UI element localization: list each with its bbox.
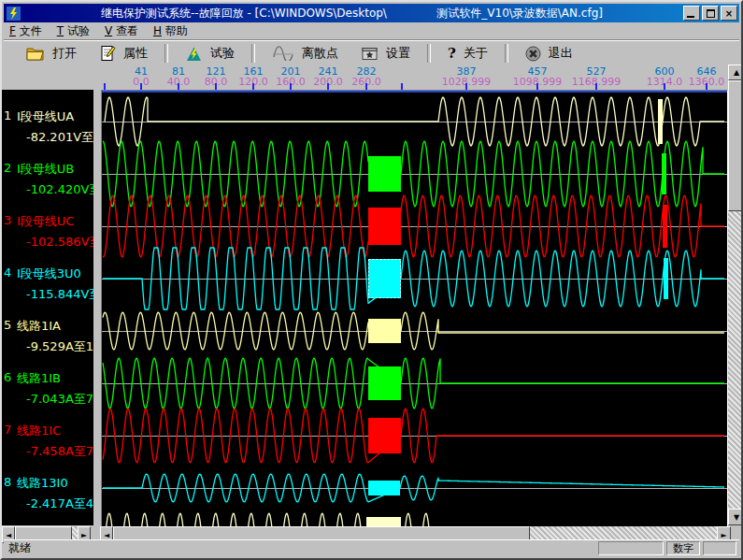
vertical-scrollbar: ▲ ▼ bbox=[728, 65, 743, 525]
channel-label-panel: 1Ⅰ段母线UA-82.201V至82Ⅰ段母线UB-102.420V至3Ⅰ段母线U… bbox=[2, 90, 93, 525]
channel-range: -2.417A至4. bbox=[26, 495, 93, 512]
menu-item-test[interactable]: T 试验 bbox=[57, 23, 90, 39]
channel-number: 3 bbox=[4, 213, 11, 227]
waveform-plot-area[interactable] bbox=[101, 90, 728, 527]
channel-name: 线路1IC bbox=[17, 423, 61, 439]
scroll-down-button[interactable]: ▼ bbox=[728, 509, 743, 525]
ruler-tick-mark bbox=[401, 83, 403, 90]
channel-label-6[interactable]: 6线路1IB-7.043A至7. bbox=[2, 370, 93, 413]
channel-name: Ⅰ段母线UB bbox=[17, 161, 74, 178]
channel-name: 线路1IB bbox=[17, 370, 61, 387]
channel-name: Ⅰ段母线3U0 bbox=[17, 266, 81, 282]
toolbar-button-settings[interactable]: 设置 bbox=[350, 43, 422, 64]
channel-number: 4 bbox=[4, 266, 11, 280]
ruler-tick-mark bbox=[706, 83, 707, 90]
toolbar: 打开属性试验离散点设置?关于退出 bbox=[4, 40, 739, 65]
channel-range: -9.529A至14 bbox=[26, 338, 93, 355]
toolbar-separator bbox=[251, 44, 255, 63]
exit-icon bbox=[525, 46, 541, 62]
menu-item-help[interactable]: H 帮助 bbox=[153, 23, 188, 39]
toolbar-label-run-test: 试验 bbox=[210, 45, 235, 62]
ruler-tick-mark bbox=[664, 83, 665, 90]
toolbar-label-discrete-points: 离散点 bbox=[302, 45, 338, 62]
channel-name: 线路13I0 bbox=[17, 475, 68, 492]
toolbar-button-exit[interactable]: 退出 bbox=[514, 43, 584, 64]
status-cells: 数字 bbox=[598, 541, 739, 555]
vertical-scroll-track[interactable] bbox=[728, 211, 743, 509]
channel-number: 6 bbox=[4, 370, 11, 384]
channel-range: -7.043A至7. bbox=[26, 391, 93, 408]
channel-number: 2 bbox=[4, 161, 11, 175]
settings-icon bbox=[361, 46, 379, 61]
channel-name: Ⅰ段母线UC bbox=[17, 213, 74, 230]
channel-range: -102.586V至 bbox=[26, 234, 93, 251]
app-icon bbox=[7, 7, 21, 21]
vertical-scroll-thumb[interactable] bbox=[728, 80, 743, 211]
discrete-sine-icon bbox=[272, 46, 294, 61]
ruler-tick-mark bbox=[536, 83, 538, 90]
properties-icon bbox=[99, 45, 116, 62]
toolbar-button-properties[interactable]: 属性 bbox=[88, 43, 159, 64]
ruler-tick-mark bbox=[465, 83, 467, 90]
channel-label-2[interactable]: 2Ⅰ段母线UB-102.420V至 bbox=[2, 161, 93, 204]
open-folder-icon bbox=[26, 47, 45, 61]
channel-name: 线路1IA bbox=[17, 318, 61, 335]
toolbar-label-exit: 退出 bbox=[549, 45, 573, 62]
channel-range: -7.458A至7. bbox=[26, 443, 93, 460]
ruler-tick-mark bbox=[140, 83, 142, 90]
menu-item-file[interactable]: F 文件 bbox=[9, 23, 42, 39]
ruler-tick-mark bbox=[215, 83, 217, 90]
toolbar-button-about[interactable]: ?关于 bbox=[436, 43, 499, 64]
waveform-canvas[interactable] bbox=[102, 91, 727, 526]
menu-bar: F 文件T 试验V 查看H 帮助 bbox=[4, 22, 739, 40]
toolbar-label-settings: 设置 bbox=[386, 45, 410, 62]
channel-label-5[interactable]: 5线路1IA-9.529A至14 bbox=[2, 318, 93, 361]
status-cell-empty bbox=[598, 541, 664, 555]
ruler-tick-mark bbox=[327, 83, 329, 90]
app-window: { "window": { "title": "继电保护测试系统--故障回放 -… bbox=[0, 0, 743, 560]
status-ready-text: 就绪 bbox=[4, 540, 598, 556]
panel-splitter[interactable] bbox=[93, 90, 101, 525]
toolbar-button-discrete-points[interactable]: 离散点 bbox=[261, 43, 350, 64]
toolbar-label-properties: 属性 bbox=[123, 45, 148, 62]
channel-range: -115.844V至 bbox=[26, 286, 93, 303]
time-ruler: 410.08140.012180.0161120.0201160.0241200… bbox=[4, 65, 722, 91]
channel-label-3[interactable]: 3Ⅰ段母线UC-102.586V至 bbox=[2, 213, 93, 256]
ruler-tick-mark bbox=[252, 83, 254, 90]
restore-button[interactable] bbox=[702, 6, 719, 21]
toolbar-separator bbox=[427, 44, 431, 63]
window-title: 继电保护测试系统--故障回放 - [C:\WINDOWS\Desktop\ 测试… bbox=[21, 6, 683, 22]
channel-number: 7 bbox=[4, 423, 11, 437]
ruler-tick-mark bbox=[104, 83, 106, 90]
question-icon: ? bbox=[448, 45, 456, 62]
close-button[interactable]: × bbox=[721, 6, 737, 21]
channel-range: -102.420V至 bbox=[26, 181, 93, 198]
channel-label-4[interactable]: 4Ⅰ段母线3U0-115.844V至 bbox=[2, 266, 93, 309]
test-lightning-icon bbox=[185, 46, 203, 62]
status-cell-num: 数字 bbox=[666, 541, 700, 555]
channel-range: -82.201V至8 bbox=[26, 129, 93, 146]
minimize-button[interactable] bbox=[683, 6, 700, 21]
toolbar-button-run-test[interactable]: 试验 bbox=[174, 43, 246, 64]
ruler-tick-mark bbox=[290, 83, 292, 90]
channel-label-7[interactable]: 7线路1IC-7.458A至7. bbox=[2, 423, 93, 466]
toolbar-label-about: 关于 bbox=[464, 45, 488, 62]
channel-number: 8 bbox=[4, 475, 11, 489]
channel-name: Ⅰ段母线UA bbox=[17, 108, 74, 125]
title-bar: 继电保护测试系统--故障回放 - [C:\WINDOWS\Desktop\ 测试… bbox=[4, 4, 739, 22]
toolbar-button-open[interactable]: 打开 bbox=[15, 43, 88, 64]
scroll-up-button[interactable]: ▲ bbox=[728, 65, 743, 80]
channel-number: 1 bbox=[4, 108, 11, 122]
ruler-tick-mark bbox=[595, 83, 597, 90]
status-cell-empty bbox=[703, 541, 736, 555]
toolbar-label-open: 打开 bbox=[52, 45, 77, 62]
ruler-tick-mark bbox=[178, 83, 179, 90]
channel-label-1[interactable]: 1Ⅰ段母线UA-82.201V至8 bbox=[2, 108, 93, 151]
toolbar-separator bbox=[164, 44, 168, 63]
channel-number: 5 bbox=[4, 318, 11, 332]
window-controls: × bbox=[683, 6, 737, 21]
channel-label-8[interactable]: 8线路13I0-2.417A至4. bbox=[2, 475, 93, 518]
toolbar-separator bbox=[505, 44, 508, 63]
ruler-tick-mark bbox=[365, 83, 367, 90]
menu-item-view[interactable]: V 查看 bbox=[105, 23, 138, 39]
